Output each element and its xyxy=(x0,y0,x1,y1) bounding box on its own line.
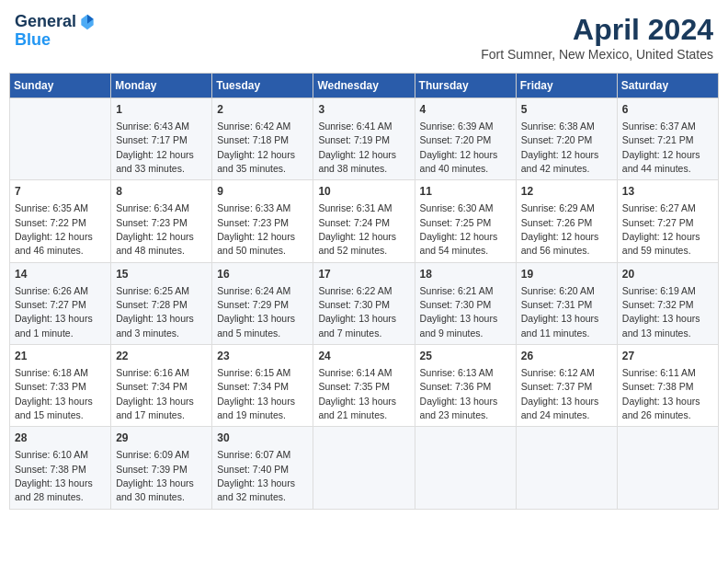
day-info: Sunrise: 6:43 AM Sunset: 7:17 PM Dayligh… xyxy=(116,121,194,174)
day-info: Sunrise: 6:34 AM Sunset: 7:23 PM Dayligh… xyxy=(116,202,194,256)
logo-blue: Blue xyxy=(15,31,97,50)
day-number: 28 xyxy=(15,431,106,446)
calendar-cell: 24Sunrise: 6:14 AM Sunset: 7:35 PM Dayli… xyxy=(313,345,415,427)
calendar-cell: 18Sunrise: 6:21 AM Sunset: 7:30 PM Dayli… xyxy=(415,262,516,344)
day-info: Sunrise: 6:33 AM Sunset: 7:23 PM Dayligh… xyxy=(217,202,295,256)
day-info: Sunrise: 6:22 AM Sunset: 7:30 PM Dayligh… xyxy=(318,285,396,339)
day-number: 19 xyxy=(521,267,612,282)
week-row-2: 7Sunrise: 6:35 AM Sunset: 7:22 PM Daylig… xyxy=(10,180,719,262)
calendar-cell: 29Sunrise: 6:09 AM Sunset: 7:39 PM Dayli… xyxy=(111,427,212,509)
week-row-4: 21Sunrise: 6:18 AM Sunset: 7:33 PM Dayli… xyxy=(10,345,719,427)
day-info: Sunrise: 6:29 AM Sunset: 7:26 PM Dayligh… xyxy=(521,202,599,256)
day-number: 26 xyxy=(521,349,612,364)
calendar-cell: 20Sunrise: 6:19 AM Sunset: 7:32 PM Dayli… xyxy=(617,262,718,344)
day-number: 20 xyxy=(622,267,713,282)
day-number: 6 xyxy=(622,102,713,118)
calendar-cell: 8Sunrise: 6:34 AM Sunset: 7:23 PM Daylig… xyxy=(111,180,212,262)
day-number: 15 xyxy=(116,267,207,282)
calendar-cell: 16Sunrise: 6:24 AM Sunset: 7:29 PM Dayli… xyxy=(212,262,313,344)
day-info: Sunrise: 6:25 AM Sunset: 7:28 PM Dayligh… xyxy=(116,285,194,339)
day-info: Sunrise: 6:38 AM Sunset: 7:20 PM Dayligh… xyxy=(521,121,599,174)
day-info: Sunrise: 6:20 AM Sunset: 7:31 PM Dayligh… xyxy=(521,285,599,339)
calendar-cell: 11Sunrise: 6:30 AM Sunset: 7:25 PM Dayli… xyxy=(415,180,516,262)
logo-text: General xyxy=(15,13,76,31)
day-number: 17 xyxy=(318,267,409,282)
day-number: 12 xyxy=(521,184,612,200)
day-info: Sunrise: 6:14 AM Sunset: 7:35 PM Dayligh… xyxy=(318,367,396,420)
day-info: Sunrise: 6:31 AM Sunset: 7:24 PM Dayligh… xyxy=(318,202,396,256)
calendar-cell: 21Sunrise: 6:18 AM Sunset: 7:33 PM Dayli… xyxy=(10,345,111,427)
calendar-cell: 12Sunrise: 6:29 AM Sunset: 7:26 PM Dayli… xyxy=(516,180,617,262)
calendar-cell: 26Sunrise: 6:12 AM Sunset: 7:37 PM Dayli… xyxy=(516,345,617,427)
calendar-cell: 5Sunrise: 6:38 AM Sunset: 7:20 PM Daylig… xyxy=(516,98,617,180)
day-info: Sunrise: 6:10 AM Sunset: 7:38 PM Dayligh… xyxy=(15,449,93,502)
day-info: Sunrise: 6:12 AM Sunset: 7:37 PM Dayligh… xyxy=(521,367,599,420)
day-number: 13 xyxy=(622,184,713,200)
day-number: 27 xyxy=(622,349,713,364)
calendar-cell xyxy=(313,427,415,509)
calendar-cell: 3Sunrise: 6:41 AM Sunset: 7:19 PM Daylig… xyxy=(313,98,415,180)
day-info: Sunrise: 6:09 AM Sunset: 7:39 PM Dayligh… xyxy=(116,449,194,502)
month-title: April 2024 xyxy=(481,13,713,47)
day-number: 22 xyxy=(116,349,207,364)
day-info: Sunrise: 6:21 AM Sunset: 7:30 PM Dayligh… xyxy=(420,285,498,339)
day-info: Sunrise: 6:19 AM Sunset: 7:32 PM Dayligh… xyxy=(622,285,700,339)
week-row-3: 14Sunrise: 6:26 AM Sunset: 7:27 PM Dayli… xyxy=(10,262,719,344)
calendar-cell: 23Sunrise: 6:15 AM Sunset: 7:34 PM Dayli… xyxy=(212,345,313,427)
day-info: Sunrise: 6:24 AM Sunset: 7:29 PM Dayligh… xyxy=(217,285,295,339)
calendar-cell: 14Sunrise: 6:26 AM Sunset: 7:27 PM Dayli… xyxy=(10,262,111,344)
day-info: Sunrise: 6:18 AM Sunset: 7:33 PM Dayligh… xyxy=(15,367,93,420)
calendar-cell: 27Sunrise: 6:11 AM Sunset: 7:38 PM Dayli… xyxy=(617,345,718,427)
day-number: 3 xyxy=(318,102,409,118)
page-header: General Blue April 2024 Fort Sumner, New… xyxy=(9,9,719,65)
calendar-cell: 15Sunrise: 6:25 AM Sunset: 7:28 PM Dayli… xyxy=(111,262,212,344)
day-number: 7 xyxy=(15,184,106,200)
col-header-wednesday: Wednesday xyxy=(313,74,415,98)
day-info: Sunrise: 6:15 AM Sunset: 7:34 PM Dayligh… xyxy=(217,367,295,420)
calendar-cell: 6Sunrise: 6:37 AM Sunset: 7:21 PM Daylig… xyxy=(617,98,718,180)
day-number: 11 xyxy=(420,184,511,200)
col-header-friday: Friday xyxy=(516,74,617,98)
calendar-cell xyxy=(10,98,111,180)
col-header-sunday: Sunday xyxy=(10,74,111,98)
day-number: 5 xyxy=(521,102,612,118)
day-info: Sunrise: 6:07 AM Sunset: 7:40 PM Dayligh… xyxy=(217,449,295,502)
day-number: 25 xyxy=(420,349,511,364)
col-header-saturday: Saturday xyxy=(617,74,718,98)
logo-icon xyxy=(78,13,97,31)
col-header-monday: Monday xyxy=(111,74,212,98)
title-area: April 2024 Fort Sumner, New Mexico, Unit… xyxy=(481,13,713,62)
calendar-cell: 30Sunrise: 6:07 AM Sunset: 7:40 PM Dayli… xyxy=(212,427,313,509)
calendar-cell: 1Sunrise: 6:43 AM Sunset: 7:17 PM Daylig… xyxy=(111,98,212,180)
header-row: SundayMondayTuesdayWednesdayThursdayFrid… xyxy=(10,74,719,98)
calendar-cell: 2Sunrise: 6:42 AM Sunset: 7:18 PM Daylig… xyxy=(212,98,313,180)
day-info: Sunrise: 6:11 AM Sunset: 7:38 PM Dayligh… xyxy=(622,367,700,420)
day-number: 21 xyxy=(15,349,106,364)
calendar-cell: 10Sunrise: 6:31 AM Sunset: 7:24 PM Dayli… xyxy=(313,180,415,262)
day-info: Sunrise: 6:39 AM Sunset: 7:20 PM Dayligh… xyxy=(420,121,498,174)
calendar-cell: 9Sunrise: 6:33 AM Sunset: 7:23 PM Daylig… xyxy=(212,180,313,262)
day-number: 10 xyxy=(318,184,409,200)
calendar-table: SundayMondayTuesdayWednesdayThursdayFrid… xyxy=(9,73,719,510)
day-number: 29 xyxy=(116,431,207,446)
day-number: 16 xyxy=(217,267,308,282)
calendar-cell: 17Sunrise: 6:22 AM Sunset: 7:30 PM Dayli… xyxy=(313,262,415,344)
calendar-cell xyxy=(415,427,516,509)
day-number: 4 xyxy=(420,102,511,118)
day-number: 23 xyxy=(217,349,308,364)
day-info: Sunrise: 6:16 AM Sunset: 7:34 PM Dayligh… xyxy=(116,367,194,420)
day-number: 30 xyxy=(217,431,308,446)
calendar-cell xyxy=(617,427,718,509)
week-row-5: 28Sunrise: 6:10 AM Sunset: 7:38 PM Dayli… xyxy=(10,427,719,509)
day-info: Sunrise: 6:30 AM Sunset: 7:25 PM Dayligh… xyxy=(420,202,498,256)
logo: General Blue xyxy=(15,13,97,50)
day-number: 1 xyxy=(116,102,207,118)
day-number: 8 xyxy=(116,184,207,200)
day-number: 18 xyxy=(420,267,511,282)
location: Fort Sumner, New Mexico, United States xyxy=(481,47,713,62)
day-info: Sunrise: 6:26 AM Sunset: 7:27 PM Dayligh… xyxy=(15,285,93,339)
calendar-cell: 13Sunrise: 6:27 AM Sunset: 7:27 PM Dayli… xyxy=(617,180,718,262)
calendar-cell: 4Sunrise: 6:39 AM Sunset: 7:20 PM Daylig… xyxy=(415,98,516,180)
day-info: Sunrise: 6:41 AM Sunset: 7:19 PM Dayligh… xyxy=(318,121,396,174)
calendar-cell: 28Sunrise: 6:10 AM Sunset: 7:38 PM Dayli… xyxy=(10,427,111,509)
